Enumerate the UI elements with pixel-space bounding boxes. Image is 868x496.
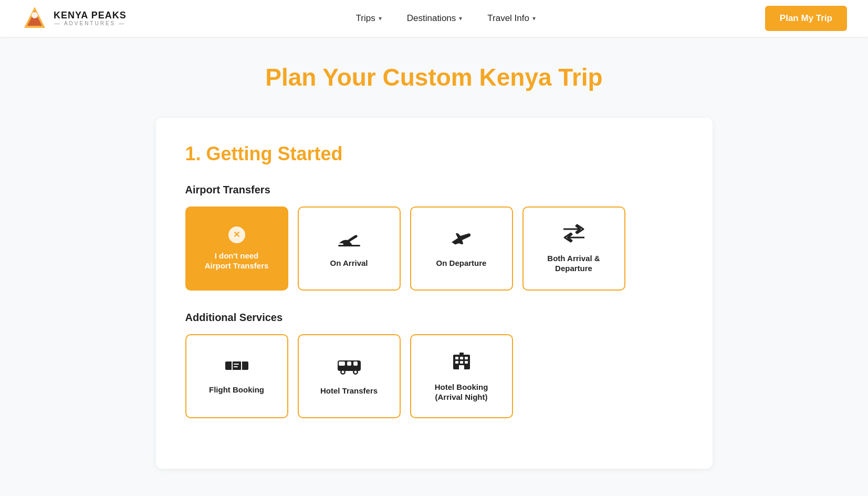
page-title: Plan Your Custom Kenya Trip [156,63,713,91]
hotel-booking-option[interactable]: Hotel Booking(Arrival Night) [410,334,513,418]
close-icon: ✕ [228,226,245,243]
on-arrival-label: On Arrival [330,258,368,268]
svg-point-2 [32,12,38,18]
svg-point-17 [354,371,357,374]
chevron-down-icon: ▾ [379,15,382,22]
site-header: KENYA PEAKS — ADVENTURES — Trips ▾ Desti… [0,0,868,37]
svg-rect-22 [455,361,458,364]
svg-rect-6 [232,361,233,370]
main-content: Plan Your Custom Kenya Trip 1. Getting S… [145,37,723,496]
form-card: 1. Getting Started Airport Transfers ✕ I… [156,118,713,469]
svg-rect-20 [460,357,463,359]
svg-rect-8 [234,364,239,365]
both-label: Both Arrival &Departure [547,253,600,274]
svg-rect-26 [459,353,464,355]
airport-transfers-section: Airport Transfers ✕ I don't needAirport … [185,184,683,291]
section-title: 1. Getting Started [185,143,683,165]
svg-rect-13 [353,361,358,366]
airport-transfers-options: ✕ I don't needAirport Transfers On Arriv… [185,206,683,291]
svg-rect-3 [338,245,360,246]
svg-rect-12 [347,361,351,366]
svg-point-15 [341,371,344,374]
svg-rect-19 [455,357,458,359]
chevron-down-icon: ▾ [459,15,462,22]
arrows-icon [561,224,587,246]
logo-icon [21,5,48,32]
svg-rect-23 [460,361,463,364]
svg-rect-5 [225,361,248,370]
svg-rect-25 [459,365,464,369]
logo[interactable]: KENYA PEAKS — ADVENTURES — [21,5,127,32]
main-nav: Trips ▾ Destinations ▾ Travel Info ▾ [356,13,536,24]
flight-booking-label: Flight Booking [209,385,264,395]
no-transfer-label: I don't needAirport Transfers [205,251,269,271]
both-option[interactable]: Both Arrival &Departure [522,206,625,291]
airport-transfers-label: Airport Transfers [185,184,683,196]
flight-booking-option[interactable]: Flight Booking [185,334,288,418]
bus-icon [337,356,362,378]
landing-icon [338,229,360,251]
svg-rect-7 [241,361,242,370]
ticket-icon [224,357,249,377]
nav-travel-info[interactable]: Travel Info ▾ [487,13,536,24]
hotel-transfers-label: Hotel Transfers [320,386,378,396]
svg-rect-11 [339,361,345,366]
additional-services-section: Additional Services [185,312,683,418]
chevron-down-icon: ▾ [532,15,536,22]
hotel-booking-label: Hotel Booking(Arrival Night) [435,382,488,402]
svg-rect-21 [465,357,468,359]
svg-rect-24 [465,361,468,364]
on-departure-label: On Departure [436,258,487,268]
brand-sub: — ADVENTURES — [54,20,127,26]
hotel-icon [451,350,472,375]
additional-services-options: Flight Booking [185,334,683,418]
plan-my-trip-button[interactable]: Plan My Trip [765,6,847,31]
on-departure-option[interactable]: On Departure [410,206,513,291]
no-transfer-option[interactable]: ✕ I don't needAirport Transfers [185,206,288,291]
svg-rect-9 [234,366,238,367]
nav-trips[interactable]: Trips ▾ [356,13,382,24]
hotel-transfers-option[interactable]: Hotel Transfers [298,334,401,418]
nav-destinations[interactable]: Destinations ▾ [407,13,463,24]
takeoff-icon [451,229,473,251]
on-arrival-option[interactable]: On Arrival [298,206,401,291]
additional-services-label: Additional Services [185,312,683,324]
brand-name: KENYA PEAKS [54,11,127,21]
